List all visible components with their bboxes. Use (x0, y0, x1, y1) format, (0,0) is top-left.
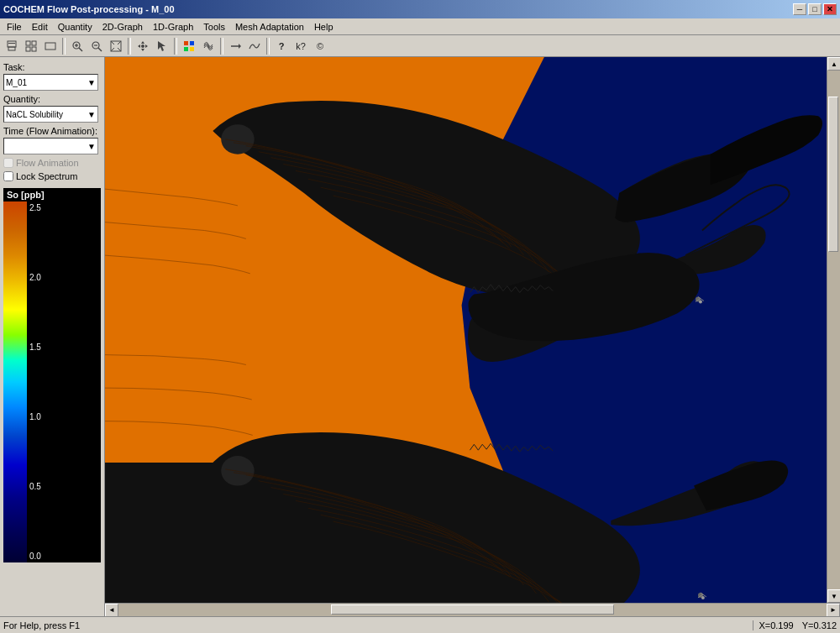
toolbar-sep1 (62, 38, 66, 55)
quantity-label: Quantity: (3, 94, 101, 104)
menu-help[interactable]: Help (309, 18, 339, 34)
hscroll-right-button[interactable]: ► (827, 604, 840, 617)
title-text: COCHEM Flow Post-processing - M_00 (3, 4, 175, 14)
hscroll-track[interactable] (118, 604, 827, 616)
viewport-container: ▲ ▼ ◄ ► (105, 57, 840, 616)
maximize-button[interactable]: □ (808, 3, 822, 15)
toolbar-print[interactable] (3, 37, 21, 55)
menu-1dgraph[interactable]: 1D-Graph (148, 18, 198, 34)
flow-animation-label: Flow Animation (16, 158, 79, 168)
svg-point-24 (141, 44, 144, 48)
time-select[interactable]: ▼ (3, 138, 98, 154)
toolbar-sep2 (128, 38, 131, 55)
flow-animation-checkbox[interactable] (3, 158, 13, 168)
quantity-select[interactable]: NaCL Solubility ▼ (3, 106, 98, 123)
toolbar-zoomfit[interactable] (107, 37, 125, 55)
svg-line-11 (79, 48, 82, 51)
svg-line-19 (118, 48, 121, 51)
toolbar: ? k? © (0, 35, 840, 57)
time-label: Time (Flow Animation): (3, 126, 101, 136)
viewport[interactable] (105, 57, 827, 603)
task-label: Task: (3, 62, 101, 72)
legend: So [ppb] 2.5 2.0 1.5 1.0 0.5 0.0 (3, 188, 101, 613)
menu-edit[interactable]: Edit (27, 18, 53, 34)
menu-tools[interactable]: Tools (198, 18, 230, 34)
horizontal-scrollbar: ◄ ► (105, 603, 840, 616)
menu-quantity[interactable]: Quantity (53, 18, 97, 34)
toolbar-pan[interactable] (134, 37, 152, 55)
svg-marker-22 (138, 44, 140, 48)
svg-rect-0 (8, 41, 16, 47)
visualization (105, 57, 827, 603)
time-dropdown-arrow: ▼ (87, 142, 96, 151)
svg-rect-1 (8, 47, 15, 50)
svg-marker-20 (141, 41, 144, 44)
toolbar-about[interactable]: © (311, 37, 329, 55)
svg-rect-29 (190, 47, 194, 51)
svg-point-41 (701, 596, 705, 599)
toolbar-rect[interactable] (41, 37, 60, 55)
flow-animation-row: Flow Animation (3, 158, 101, 168)
menu-mesh[interactable]: Mesh Adaptation (230, 18, 309, 34)
hscroll-left-button[interactable]: ◄ (105, 604, 118, 617)
legend-tick-10: 1.0 (29, 412, 101, 421)
vscroll-up-button[interactable]: ▲ (827, 57, 840, 71)
toolbar-sep4 (220, 38, 223, 55)
toolbar-help[interactable]: ? (272, 37, 291, 55)
vscroll-down-button[interactable]: ▼ (827, 589, 840, 603)
lock-spectrum-label: Lock Spectrum (16, 171, 77, 181)
vscroll-track[interactable] (827, 71, 840, 589)
svg-marker-23 (145, 44, 148, 48)
legend-color-bar (3, 201, 27, 562)
main: Task: M_01 ▼ Quantity: NaCL Solubility ▼… (0, 57, 840, 616)
vscroll-thumb[interactable] (828, 97, 838, 252)
legend-bar-container: 2.5 2.0 1.5 1.0 0.5 0.0 (3, 201, 101, 562)
quantity-value: NaCL Solubility (6, 110, 63, 119)
minimize-button[interactable]: ─ (793, 3, 806, 15)
svg-marker-21 (141, 49, 144, 51)
svg-rect-7 (45, 43, 55, 50)
lock-spectrum-row: Lock Spectrum (3, 171, 101, 181)
legend-tick-15: 1.5 (29, 343, 101, 352)
toolbar-contour[interactable] (199, 37, 218, 55)
menubar: File Edit Quantity 2D-Graph 1D-Graph Too… (0, 18, 840, 35)
statusbar: For Help, press F1 X=0.199 Y=0.312 (0, 616, 840, 633)
status-x-value: 0.199 (770, 620, 794, 630)
svg-rect-26 (184, 41, 188, 45)
toolbar-vector[interactable] (226, 37, 244, 55)
legend-tick-05: 0.5 (29, 482, 101, 491)
svg-marker-31 (239, 44, 241, 49)
status-coords: X=0.199 Y=0.312 (753, 620, 837, 630)
svg-rect-28 (184, 47, 188, 51)
toolbar-color[interactable] (180, 37, 198, 55)
task-select[interactable]: M_01 ▼ (3, 74, 98, 91)
svg-line-17 (118, 41, 121, 44)
titlebar-buttons: ─ □ ✕ (793, 3, 837, 15)
toolbar-stream[interactable] (245, 37, 264, 55)
toolbar-sep3 (174, 38, 177, 55)
svg-line-14 (98, 48, 102, 51)
svg-rect-6 (32, 47, 36, 51)
svg-rect-2 (8, 43, 15, 44)
menu-file[interactable]: File (2, 18, 27, 34)
toolbar-zoomout[interactable] (87, 37, 106, 55)
toolbar-info[interactable]: k? (291, 37, 310, 55)
svg-line-18 (111, 48, 114, 51)
legend-tick-00: 0.0 (29, 552, 101, 561)
toolbar-zoomin[interactable] (68, 37, 87, 55)
close-button[interactable]: ✕ (823, 3, 837, 15)
menu-2dgraph[interactable]: 2D-Graph (97, 18, 148, 34)
status-help-text: For Help, press F1 (3, 620, 753, 630)
quantity-dropdown-arrow: ▼ (87, 110, 96, 119)
svg-rect-5 (26, 47, 30, 51)
toolbar-grid[interactable] (22, 37, 40, 55)
left-panel: Task: M_01 ▼ Quantity: NaCL Solubility ▼… (0, 57, 105, 616)
status-x-label: X=0.199 (759, 620, 793, 630)
legend-tick-25: 2.5 (29, 203, 101, 212)
status-y-value: 0.312 (813, 620, 837, 630)
toolbar-select[interactable] (153, 37, 171, 55)
task-dropdown-arrow: ▼ (87, 78, 96, 87)
lock-spectrum-checkbox[interactable] (3, 171, 13, 181)
status-y-label: Y=0.312 (802, 620, 837, 630)
hscroll-thumb[interactable] (331, 604, 614, 615)
